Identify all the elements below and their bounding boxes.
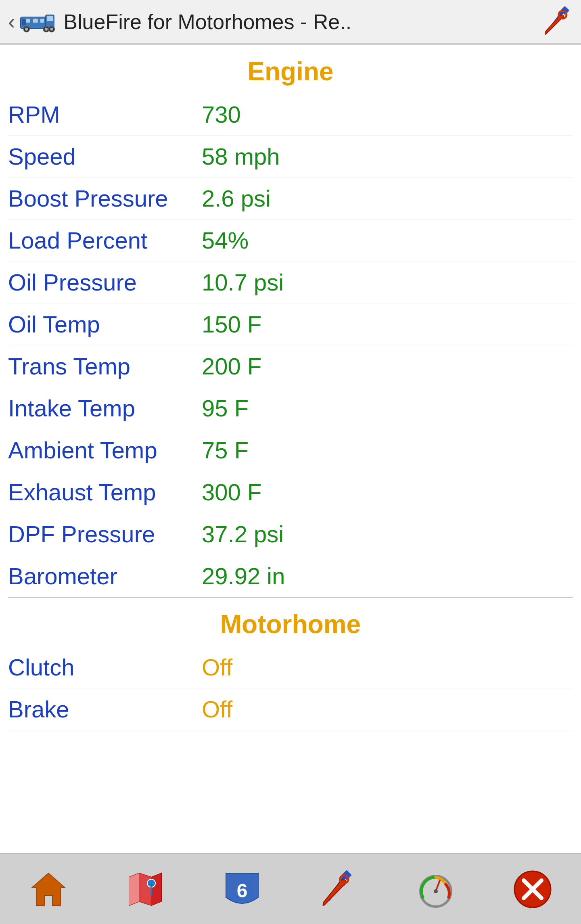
svg-point-21	[147, 879, 155, 887]
row-label: Brake	[8, 696, 202, 723]
row-label: Clutch	[8, 654, 202, 681]
nav-gauge-button[interactable]	[395, 859, 476, 920]
row-label: Oil Pressure	[8, 269, 202, 296]
nav-calendar-button[interactable]: 6	[202, 859, 282, 920]
nav-home-button[interactable]	[8, 859, 89, 920]
svg-rect-2	[47, 16, 54, 21]
row-value: 37.2 psi	[202, 521, 284, 548]
svg-point-10	[45, 28, 48, 31]
row-label: RPM	[8, 101, 202, 128]
back-button[interactable]: ‹	[8, 10, 15, 34]
nav-close-button[interactable]	[492, 859, 573, 920]
table-row: BrakeOff	[8, 688, 573, 730]
row-label: Barometer	[8, 562, 202, 590]
row-value: Off	[202, 654, 232, 681]
row-label: Oil Temp	[8, 311, 202, 338]
settings-icon[interactable]	[541, 6, 573, 38]
table-row: RPM730	[8, 94, 573, 136]
table-row: Boost Pressure2.6 psi	[8, 178, 573, 220]
row-label: Trans Temp	[8, 353, 202, 380]
row-value: 95 F	[202, 395, 249, 422]
app-logo	[19, 8, 55, 36]
motorhome-data-table: ClutchOffBrakeOff	[8, 646, 573, 730]
nav-map-button[interactable]	[105, 859, 186, 920]
table-row: Exhaust Temp300 F	[8, 471, 573, 513]
svg-rect-5	[40, 19, 45, 23]
table-row: Ambient Temp75 F	[8, 429, 573, 471]
svg-point-12	[50, 28, 54, 31]
header-title: BlueFire for Motorhomes - Re..	[63, 10, 541, 34]
row-value: 75 F	[202, 437, 249, 464]
table-row: Barometer29.92 in	[8, 555, 573, 597]
table-row: DPF Pressure37.2 psi	[8, 513, 573, 555]
motorhome-section-title: Motorhome	[8, 598, 573, 646]
row-value: 29.92 in	[202, 562, 285, 590]
row-value: 2.6 psi	[202, 185, 271, 212]
row-label: Speed	[8, 143, 202, 170]
table-row: Intake Temp95 F	[8, 387, 573, 429]
table-row: Load Percent54%	[8, 220, 573, 261]
main-content: Engine RPM730Speed58 mphBoost Pressure2.…	[0, 45, 581, 811]
row-value: 300 F	[202, 479, 261, 506]
row-value: 150 F	[202, 311, 261, 338]
svg-marker-18	[129, 873, 139, 905]
table-row: ClutchOff	[8, 646, 573, 688]
bottom-navigation: 6	[0, 853, 581, 924]
row-value: 730	[202, 101, 241, 128]
table-row: Speed58 mph	[8, 136, 573, 178]
svg-rect-3	[25, 19, 31, 23]
nav-settings-button[interactable]	[299, 859, 379, 920]
svg-point-28	[434, 889, 438, 893]
table-row: Oil Temp150 F	[8, 303, 573, 345]
svg-rect-4	[33, 19, 38, 23]
svg-marker-20	[151, 873, 161, 905]
row-label: Intake Temp	[8, 395, 202, 422]
row-label: Boost Pressure	[8, 185, 202, 212]
row-label: Load Percent	[8, 227, 202, 254]
row-label: Ambient Temp	[8, 437, 202, 464]
row-label: DPF Pressure	[8, 521, 202, 548]
svg-marker-16	[32, 873, 65, 905]
row-value: 10.7 psi	[202, 269, 284, 296]
engine-data-table: RPM730Speed58 mphBoost Pressure2.6 psiLo…	[8, 94, 573, 597]
app-header: ‹ BlueFire for Motorhomes - Re..	[0, 0, 581, 44]
table-row: Trans Temp200 F	[8, 345, 573, 387]
row-value: 200 F	[202, 353, 261, 380]
row-value: 54%	[202, 227, 249, 254]
row-label: Exhaust Temp	[8, 479, 202, 506]
svg-rect-6	[22, 19, 26, 25]
svg-text:6: 6	[237, 880, 248, 901]
svg-marker-19	[139, 873, 151, 905]
svg-point-8	[25, 28, 28, 31]
row-value: Off	[202, 696, 232, 723]
row-value: 58 mph	[202, 143, 280, 170]
engine-section-title: Engine	[8, 45, 573, 94]
table-row: Oil Pressure10.7 psi	[8, 261, 573, 303]
